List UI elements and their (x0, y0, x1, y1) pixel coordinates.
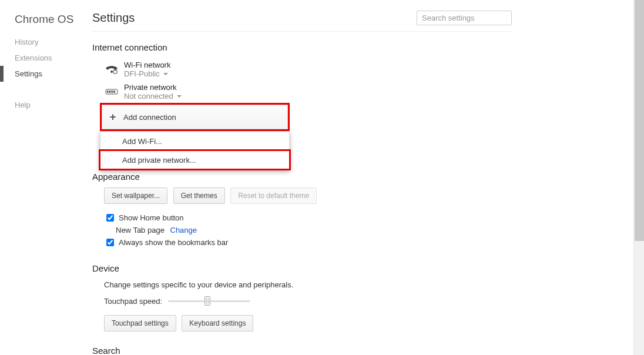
nav-extensions[interactable]: Extensions (0, 50, 91, 66)
search-input[interactable] (417, 11, 512, 25)
slider-thumb[interactable] (204, 296, 210, 306)
svg-rect-8 (114, 91, 115, 93)
chevron-down-icon (177, 95, 182, 98)
touchpad-settings-button[interactable]: Touchpad settings (104, 315, 176, 331)
add-connection-label: Add connection (123, 113, 176, 122)
keyboard-settings-button[interactable]: Keyboard settings (182, 315, 253, 331)
bookmarks-bar-label: Always show the bookmarks bar (119, 238, 228, 247)
show-home-checkbox-row[interactable]: Show Home button (92, 210, 633, 226)
vpn-icon (104, 84, 119, 99)
section-search-title: Search (92, 346, 633, 355)
show-home-checkbox[interactable] (106, 214, 114, 222)
menu-add-private-network[interactable]: Add private network... (99, 149, 291, 170)
nav-help[interactable]: Help (0, 97, 91, 113)
wifi-label: Wi-Fi network (124, 61, 170, 69)
page-title: Settings (92, 11, 135, 25)
private-value: Not connected (124, 92, 173, 101)
sidebar: Chrome OS History Extensions Settings He… (0, 0, 91, 113)
menu-add-wifi[interactable]: Add Wi-Fi... (100, 132, 289, 151)
wifi-network-row[interactable]: Wi-Fi network DFI-Public (92, 58, 633, 81)
scrollbar[interactable] (633, 0, 644, 355)
header: Settings (92, 11, 512, 32)
section-device-title: Device (92, 263, 633, 273)
nav-settings[interactable]: Settings (0, 66, 91, 82)
reset-theme-button: Reset to default theme (230, 187, 317, 204)
touchpad-speed-slider[interactable] (168, 296, 250, 306)
change-link[interactable]: Change (170, 226, 197, 235)
os-title: Chrome OS (0, 13, 91, 34)
device-description: Change settings specific to your device … (92, 279, 633, 295)
bookmarks-bar-checkbox-row[interactable]: Always show the bookmarks bar (92, 235, 633, 250)
new-tab-page-label: New Tab page (116, 226, 165, 235)
private-label: Private network (124, 83, 182, 92)
plus-icon: + (107, 111, 119, 123)
section-appearance-title: Appearance (92, 172, 633, 182)
wifi-icon (104, 62, 119, 77)
scrollbar-thumb[interactable] (635, 0, 644, 241)
touchpad-speed-label: Touchpad speed: (104, 297, 162, 306)
get-themes-button[interactable]: Get themes (173, 187, 225, 204)
set-wallpaper-button[interactable]: Set wallpaper... (104, 187, 167, 204)
main-content: Settings Internet connection Wi-Fi netwo… (92, 0, 633, 355)
add-connection-menu: Add Wi-Fi... Add private network... (100, 131, 290, 169)
nav-history[interactable]: History (0, 34, 91, 50)
show-home-label: Show Home button (119, 213, 184, 222)
add-connection-highlight: + Add connection (100, 103, 290, 131)
wifi-value: DFI-Public (124, 69, 160, 78)
svg-rect-7 (112, 91, 113, 93)
svg-point-0 (110, 71, 113, 73)
home-page-row: New Tab page Change (92, 226, 633, 235)
touchpad-speed-row: Touchpad speed: (92, 295, 633, 313)
svg-rect-6 (110, 91, 112, 93)
bookmarks-bar-checkbox[interactable] (106, 239, 114, 246)
svg-rect-4 (107, 91, 108, 93)
chevron-down-icon (163, 73, 168, 75)
private-network-row[interactable]: Private network Not connected (92, 81, 633, 103)
svg-rect-5 (109, 91, 110, 93)
add-connection-button[interactable]: + Add connection (102, 105, 288, 129)
section-internet-title: Internet connection (92, 42, 633, 52)
